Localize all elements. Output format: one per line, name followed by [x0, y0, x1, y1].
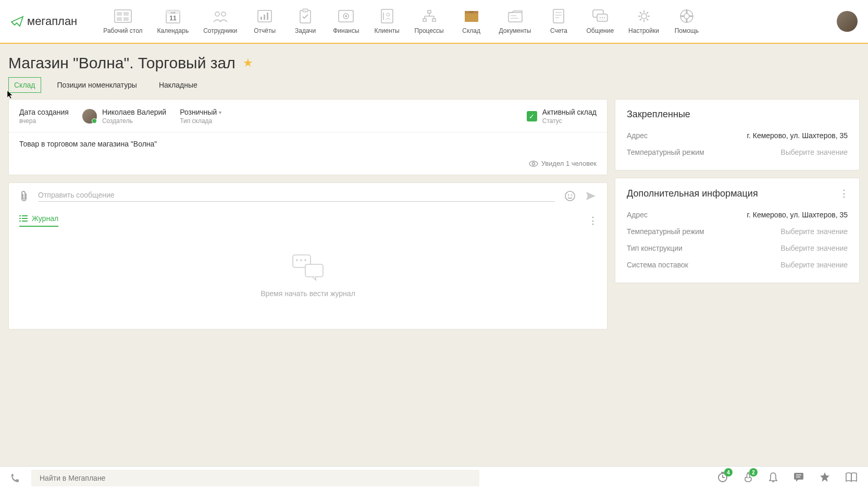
svg-point-66: [304, 259, 306, 261]
nav-desktop[interactable]: Рабочий стол: [98, 5, 147, 38]
attach-icon[interactable]: [19, 190, 29, 202]
tab-nomenclature[interactable]: Позиции номенклатуры: [52, 77, 143, 93]
svg-point-64: [296, 259, 298, 261]
list-icon: [19, 215, 28, 222]
tab-warehouse[interactable]: Склад: [8, 77, 41, 93]
extra-panel: Дополнительная информация ⋮ Адрес г. Кем…: [615, 178, 860, 283]
field-label: Система поставок: [627, 261, 688, 269]
nav-calendar[interactable]: май11 Календарь: [152, 5, 194, 38]
panel-row[interactable]: Система поставок Выберите значение: [627, 256, 848, 273]
svg-point-22: [387, 13, 390, 16]
description: Товар в торговом зале магазина "Волна": [9, 132, 607, 155]
nav-label: Рабочий стол: [103, 27, 142, 34]
logo[interactable]: мегаплан: [10, 15, 77, 28]
status-value: Активный склад: [542, 108, 597, 116]
creator-block[interactable]: Николаев Валерий Создатель: [82, 108, 166, 125]
journal-card: Журнал ⋮ Время начать вести журнал: [8, 182, 607, 329]
warehouse-icon: [462, 8, 481, 24]
svg-point-42: [600, 17, 601, 18]
tabs: Склад Позиции номенклатуры Накладные: [0, 77, 868, 93]
panel-row[interactable]: Температурный режим Выберите значение: [627, 144, 848, 161]
svg-rect-23: [428, 10, 431, 13]
svg-rect-67: [305, 264, 323, 277]
nav-finance[interactable]: Финансы: [328, 5, 364, 38]
nav-warehouse[interactable]: Склад: [453, 5, 490, 38]
status-block[interactable]: ✓ Активный склад Статус: [527, 108, 597, 125]
svg-rect-16: [303, 9, 308, 12]
emoji-icon[interactable]: [564, 190, 576, 202]
nav-label: Клиенты: [375, 27, 400, 34]
svg-point-47: [684, 14, 689, 19]
svg-point-9: [215, 12, 219, 16]
views-row[interactable]: Увидел 1 человек: [9, 155, 607, 175]
calendar-icon: май11: [164, 8, 182, 24]
svg-point-19: [345, 15, 347, 17]
field-value: г. Кемерово, ул. Шахтеров, 35: [747, 211, 848, 219]
favorite-star-icon[interactable]: ★: [243, 56, 253, 70]
svg-rect-30: [465, 13, 478, 22]
journal-empty: Время начать вести журнал: [9, 232, 607, 329]
tab-invoices[interactable]: Накладные: [153, 77, 203, 93]
svg-rect-1: [117, 12, 122, 16]
svg-rect-25: [432, 19, 436, 21]
content: Дата создания вчера Николаев Валерий Соз…: [0, 99, 868, 358]
nav-label: Общение: [586, 27, 614, 34]
svg-point-45: [641, 14, 647, 19]
nav-reports[interactable]: Отчёты: [246, 5, 283, 38]
views-text: Увидел 1 человек: [541, 160, 597, 167]
active-checkbox[interactable]: ✓: [527, 111, 537, 121]
invoices-icon: [549, 8, 568, 24]
nav-label: Документы: [499, 27, 531, 34]
svg-point-44: [604, 17, 605, 18]
nav-settings[interactable]: Настройки: [623, 5, 664, 38]
created-block: Дата создания вчера: [19, 108, 69, 125]
nav-chat[interactable]: Общение: [581, 5, 619, 38]
svg-rect-14: [267, 13, 268, 20]
send-icon[interactable]: [585, 191, 597, 201]
nav-label: Счета: [550, 27, 567, 34]
message-input[interactable]: [38, 191, 555, 199]
panel-row[interactable]: Адрес г. Кемерово, ул. Шахтеров, 35: [627, 206, 848, 223]
panel-row[interactable]: Тип конструкции Выберите значение: [627, 240, 848, 256]
nav-clients[interactable]: Клиенты: [369, 5, 405, 38]
journal-menu-button[interactable]: ⋮: [588, 215, 597, 226]
user-avatar[interactable]: [837, 11, 858, 32]
journal-tab[interactable]: Журнал: [19, 214, 58, 227]
svg-point-10: [221, 12, 226, 16]
nav-label: Склад: [462, 27, 480, 34]
nav-invoices[interactable]: Счета: [540, 5, 577, 38]
logo-icon: [10, 16, 24, 27]
type-block[interactable]: Розничный▾ Тип склада: [180, 108, 221, 125]
type-value: Розничный: [180, 108, 217, 116]
svg-point-43: [602, 17, 603, 18]
nav-processes[interactable]: Процессы: [410, 5, 449, 38]
chevron-down-icon: ▾: [219, 109, 221, 115]
field-label: Адрес: [627, 211, 648, 219]
status-label: Статус: [542, 117, 597, 125]
journal-label: Журнал: [32, 214, 58, 223]
nav-documents[interactable]: Документы: [494, 5, 537, 38]
field-value: г. Кемерово, ул. Шахтеров, 35: [747, 131, 848, 140]
pinned-panel: Закрепленные Адрес г. Кемерово, ул. Шахт…: [615, 99, 860, 170]
panel-row[interactable]: Температурный режим Выберите значение: [627, 223, 848, 240]
svg-rect-24: [423, 19, 426, 21]
svg-point-56: [571, 194, 572, 195]
gear-icon: [635, 8, 653, 24]
svg-rect-13: [264, 15, 265, 20]
svg-rect-12: [261, 17, 262, 20]
nav-tasks[interactable]: Задачи: [287, 5, 324, 38]
nav-employees[interactable]: Сотрудники: [198, 5, 242, 38]
panel-row[interactable]: Адрес г. Кемерово, ул. Шахтеров, 35: [627, 127, 848, 144]
svg-point-53: [532, 162, 535, 165]
nav-label: Помощь: [675, 27, 699, 34]
nav-help[interactable]: Помощь: [668, 5, 705, 38]
chat-empty-icon: [290, 253, 326, 281]
svg-point-52: [529, 161, 538, 166]
side-column: Закрепленные Адрес г. Кемерово, ул. Шахт…: [615, 99, 860, 337]
field-placeholder: Выберите значение: [780, 227, 848, 236]
created-value: вчера: [19, 117, 69, 125]
field-placeholder: Выберите значение: [780, 244, 848, 252]
extra-menu-button[interactable]: ⋮: [839, 188, 848, 199]
field-placeholder: Выберите значение: [780, 261, 848, 269]
svg-rect-4: [123, 17, 129, 21]
